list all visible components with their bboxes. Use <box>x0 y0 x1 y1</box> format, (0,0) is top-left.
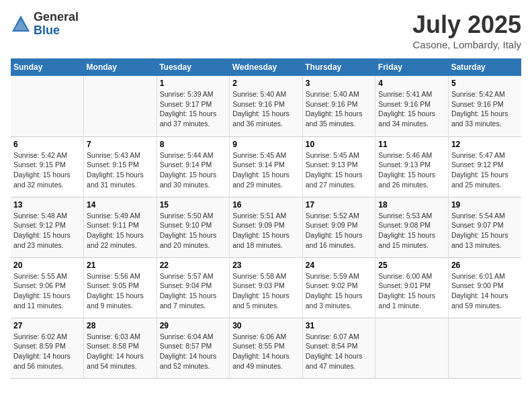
location: Casone, Lombardy, Italy <box>412 39 521 50</box>
logo-text: General Blue <box>34 11 79 38</box>
day-number: 15 <box>160 200 227 210</box>
day-number: 3 <box>306 79 373 88</box>
header-day-friday: Friday <box>375 58 449 76</box>
day-cell: 24Sunrise: 5:59 AM Sunset: 9:02 PM Dayli… <box>302 257 375 318</box>
day-cell: 27Sunrise: 6:02 AM Sunset: 8:59 PM Dayli… <box>11 318 84 378</box>
day-number: 13 <box>13 200 81 210</box>
day-info: Sunrise: 5:41 AM Sunset: 9:16 PM Dayligh… <box>378 89 445 129</box>
day-cell: 19Sunrise: 5:54 AM Sunset: 9:07 PM Dayli… <box>448 197 521 257</box>
day-info: Sunrise: 5:42 AM Sunset: 9:16 PM Dayligh… <box>451 89 519 129</box>
day-number: 12 <box>451 140 519 149</box>
day-info: Sunrise: 5:43 AM Sunset: 9:15 PM Dayligh… <box>87 150 154 190</box>
day-cell: 31Sunrise: 6:07 AM Sunset: 8:54 PM Dayli… <box>302 318 375 378</box>
calendar-header-row: SundayMondayTuesdayWednesdayThursdayFrid… <box>11 58 521 76</box>
day-cell: 8Sunrise: 5:44 AM Sunset: 9:14 PM Daylig… <box>157 136 230 197</box>
day-number: 9 <box>232 140 300 149</box>
header-day-saturday: Saturday <box>448 58 521 76</box>
day-info: Sunrise: 5:49 AM Sunset: 9:11 PM Dayligh… <box>87 211 154 250</box>
day-number: 7 <box>87 140 154 149</box>
day-info: Sunrise: 5:54 AM Sunset: 9:07 PM Dayligh… <box>451 211 519 250</box>
week-row-1: 1Sunrise: 5:39 AM Sunset: 9:17 PM Daylig… <box>11 76 521 136</box>
day-info: Sunrise: 5:53 AM Sunset: 9:08 PM Dayligh… <box>378 211 445 250</box>
day-info: Sunrise: 6:00 AM Sunset: 9:01 PM Dayligh… <box>378 271 445 311</box>
day-info: Sunrise: 5:59 AM Sunset: 9:02 PM Dayligh… <box>306 271 373 311</box>
day-cell: 22Sunrise: 5:57 AM Sunset: 9:04 PM Dayli… <box>157 257 230 318</box>
day-info: Sunrise: 6:07 AM Sunset: 8:54 PM Dayligh… <box>306 332 373 371</box>
day-cell: 16Sunrise: 5:51 AM Sunset: 9:09 PM Dayli… <box>230 197 303 257</box>
day-info: Sunrise: 5:48 AM Sunset: 9:12 PM Dayligh… <box>13 211 81 250</box>
day-info: Sunrise: 5:45 AM Sunset: 9:14 PM Dayligh… <box>232 150 300 190</box>
day-cell: 3Sunrise: 5:40 AM Sunset: 9:16 PM Daylig… <box>302 76 375 136</box>
day-cell: 17Sunrise: 5:52 AM Sunset: 9:09 PM Dayli… <box>302 197 375 257</box>
week-row-5: 27Sunrise: 6:02 AM Sunset: 8:59 PM Dayli… <box>11 318 521 378</box>
day-cell: 14Sunrise: 5:49 AM Sunset: 9:11 PM Dayli… <box>84 197 157 257</box>
day-number: 10 <box>306 140 373 149</box>
day-cell: 11Sunrise: 5:46 AM Sunset: 9:13 PM Dayli… <box>375 136 449 197</box>
day-info: Sunrise: 5:52 AM Sunset: 9:09 PM Dayligh… <box>306 211 373 250</box>
day-cell: 13Sunrise: 5:48 AM Sunset: 9:12 PM Dayli… <box>11 197 84 257</box>
day-cell: 28Sunrise: 6:03 AM Sunset: 8:58 PM Dayli… <box>84 318 157 378</box>
day-number: 6 <box>13 140 81 149</box>
month-title: July 2025 <box>412 11 521 39</box>
day-cell: 20Sunrise: 5:55 AM Sunset: 9:06 PM Dayli… <box>11 257 84 318</box>
logo-general: General <box>34 11 79 24</box>
logo-icon <box>11 14 31 34</box>
header-day-tuesday: Tuesday <box>157 58 230 76</box>
day-info: Sunrise: 5:50 AM Sunset: 9:10 PM Dayligh… <box>160 211 227 250</box>
day-cell: 30Sunrise: 6:06 AM Sunset: 8:55 PM Dayli… <box>230 318 303 378</box>
day-number: 27 <box>13 321 81 330</box>
day-number: 30 <box>232 321 300 330</box>
day-number: 14 <box>87 200 154 210</box>
day-info: Sunrise: 5:44 AM Sunset: 9:14 PM Dayligh… <box>160 150 227 190</box>
day-info: Sunrise: 6:04 AM Sunset: 8:57 PM Dayligh… <box>160 332 227 371</box>
day-info: Sunrise: 6:02 AM Sunset: 8:59 PM Dayligh… <box>13 332 81 371</box>
day-cell: 18Sunrise: 5:53 AM Sunset: 9:08 PM Dayli… <box>375 197 449 257</box>
day-info: Sunrise: 5:46 AM Sunset: 9:13 PM Dayligh… <box>378 150 445 190</box>
day-number: 28 <box>87 321 154 330</box>
day-number: 16 <box>232 200 300 210</box>
day-info: Sunrise: 5:51 AM Sunset: 9:09 PM Dayligh… <box>232 211 300 250</box>
day-info: Sunrise: 5:40 AM Sunset: 9:16 PM Dayligh… <box>306 89 373 129</box>
day-cell: 1Sunrise: 5:39 AM Sunset: 9:17 PM Daylig… <box>157 76 230 136</box>
header-day-sunday: Sunday <box>11 58 84 76</box>
day-number: 11 <box>378 140 445 149</box>
day-cell: 26Sunrise: 6:01 AM Sunset: 9:00 PM Dayli… <box>448 257 521 318</box>
day-info: Sunrise: 6:01 AM Sunset: 9:00 PM Dayligh… <box>451 271 519 311</box>
day-cell: 29Sunrise: 6:04 AM Sunset: 8:57 PM Dayli… <box>157 318 230 378</box>
day-cell: 12Sunrise: 5:47 AM Sunset: 9:12 PM Dayli… <box>448 136 521 197</box>
day-number: 25 <box>378 261 445 270</box>
day-cell: 21Sunrise: 5:56 AM Sunset: 9:05 PM Dayli… <box>84 257 157 318</box>
day-number: 29 <box>160 321 227 330</box>
day-number: 24 <box>306 261 373 270</box>
day-number: 31 <box>306 321 373 330</box>
day-info: Sunrise: 6:03 AM Sunset: 8:58 PM Dayligh… <box>87 332 154 371</box>
day-number: 1 <box>160 79 227 88</box>
day-info: Sunrise: 5:47 AM Sunset: 9:12 PM Dayligh… <box>451 150 519 190</box>
day-cell: 7Sunrise: 5:43 AM Sunset: 9:15 PM Daylig… <box>84 136 157 197</box>
day-info: Sunrise: 5:42 AM Sunset: 9:15 PM Dayligh… <box>13 150 81 190</box>
header-day-monday: Monday <box>84 58 157 76</box>
day-cell: 4Sunrise: 5:41 AM Sunset: 9:16 PM Daylig… <box>375 76 449 136</box>
day-cell: 15Sunrise: 5:50 AM Sunset: 9:10 PM Dayli… <box>157 197 230 257</box>
day-info: Sunrise: 6:06 AM Sunset: 8:55 PM Dayligh… <box>232 332 300 371</box>
calendar-table: SundayMondayTuesdayWednesdayThursdayFrid… <box>11 58 521 379</box>
day-number: 21 <box>87 261 154 270</box>
logo-blue: Blue <box>34 24 79 38</box>
day-cell: 6Sunrise: 5:42 AM Sunset: 9:15 PM Daylig… <box>11 136 84 197</box>
day-cell: 23Sunrise: 5:58 AM Sunset: 9:03 PM Dayli… <box>230 257 303 318</box>
day-number: 23 <box>232 261 300 270</box>
day-cell <box>11 76 84 136</box>
day-info: Sunrise: 5:55 AM Sunset: 9:06 PM Dayligh… <box>13 271 81 311</box>
day-number: 18 <box>378 200 445 210</box>
week-row-4: 20Sunrise: 5:55 AM Sunset: 9:06 PM Dayli… <box>11 257 521 318</box>
week-row-2: 6Sunrise: 5:42 AM Sunset: 9:15 PM Daylig… <box>11 136 521 197</box>
day-cell: 25Sunrise: 6:00 AM Sunset: 9:01 PM Dayli… <box>375 257 449 318</box>
day-info: Sunrise: 5:40 AM Sunset: 9:16 PM Dayligh… <box>232 89 300 129</box>
day-number: 17 <box>306 200 373 210</box>
week-row-3: 13Sunrise: 5:48 AM Sunset: 9:12 PM Dayli… <box>11 197 521 257</box>
day-info: Sunrise: 5:39 AM Sunset: 9:17 PM Dayligh… <box>160 89 227 129</box>
day-cell: 9Sunrise: 5:45 AM Sunset: 9:14 PM Daylig… <box>230 136 303 197</box>
header-day-thursday: Thursday <box>302 58 375 76</box>
day-number: 4 <box>378 79 445 88</box>
logo: General Blue <box>11 11 79 38</box>
